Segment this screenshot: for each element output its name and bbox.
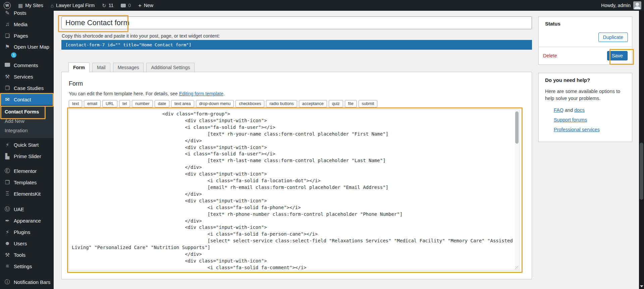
sidebar-item-elementskit[interactable]: ΞElementsKit [0, 188, 54, 199]
tag-button-radio-buttons[interactable]: radio buttons [266, 100, 297, 107]
tag-button-text-area[interactable]: text area [171, 100, 194, 107]
editor-tabs: FormMailMessagesAdditional Settings [68, 63, 195, 72]
sidebar-subitem-integration[interactable]: Integration [0, 126, 54, 135]
sidebar-item-quick-start[interactable]: ⚡Quick Start [0, 139, 54, 150]
tab-messages[interactable]: Messages [113, 63, 144, 72]
tag-button-url[interactable]: URL [102, 100, 117, 107]
tag-button-file[interactable]: file [345, 100, 357, 107]
form-template-editor[interactable]: <div class="form-group"> <div class="inp… [69, 109, 520, 271]
sidebar-item-tools[interactable]: ⚒Tools [0, 249, 54, 260]
folder-icon: ❒ [4, 85, 11, 91]
comment-count: 0 [128, 3, 131, 8]
resize-grip[interactable] [515, 266, 519, 270]
tag-button-checkboxes[interactable]: checkboxes [235, 100, 264, 107]
my-sites-menu[interactable]: ▦ My Sites [14, 0, 47, 11]
contact-submenu: Contact FormsAdd NewIntegration [0, 105, 54, 138]
wordpress-menu[interactable]: W [0, 0, 14, 11]
sidebar-item-label: Open User Map [14, 41, 49, 53]
sidebar-item-contact[interactable]: ✉Contact [0, 94, 54, 105]
sidebar-item-notification-bars[interactable]: ⓘNotification Bars [0, 276, 54, 288]
sidebar-item-uae[interactable]: ⓊUAE [0, 203, 54, 215]
sidebar-item-label: Appearance [14, 218, 41, 224]
save-button[interactable]: Save [607, 51, 628, 60]
update-badge: 1 [11, 52, 16, 58]
sidebar-item-case-studies[interactable]: ❒Case Studies [0, 82, 54, 94]
tab-mail[interactable]: Mail [92, 63, 110, 72]
editing-form-template-link[interactable]: Editing form template [179, 91, 223, 96]
pushpin-icon: ✎ [4, 11, 11, 16]
sidebar-item-label: Posts [14, 11, 26, 16]
sidebar-item-users[interactable]: ☻Users [0, 238, 54, 249]
howdy-text[interactable]: Howdy, admin [601, 3, 631, 8]
tag-button-acceptance[interactable]: acceptance [299, 100, 327, 107]
sidebar-item-label: Users [14, 241, 27, 246]
updates-menu[interactable]: ↻ 11 [98, 0, 117, 11]
prime-slider-logo-icon: ▙ [4, 153, 11, 159]
tag-button-drop-down-menu[interactable]: drop-down menu [196, 100, 234, 107]
sidebar-item-comments[interactable]: Comments [0, 59, 54, 71]
form-template-code[interactable]: <div class="form-group"> <div class="inp… [69, 110, 519, 271]
sidebar-item-settings[interactable]: ≡Settings [0, 260, 54, 272]
form-title-input[interactable] [61, 16, 532, 29]
avatar[interactable] [633, 1, 641, 9]
admin-sidebar: ✎Posts♫Media❏Pages⚑Open User Map1Comment… [0, 11, 54, 289]
shortcode-box[interactable]: [contact-form-7 id="" title="Home Contac… [61, 40, 532, 50]
sidebar-item-media[interactable]: ♫Media [0, 18, 54, 30]
sidebar-item-label: Elementor [14, 168, 37, 174]
tools-wrench-icon: ⚒ [4, 252, 11, 258]
sidebar-item-services[interactable]: ⚒Services [0, 71, 54, 82]
sidebar-subitem-add-new[interactable]: Add New [0, 116, 54, 126]
sidebar-item-templates[interactable]: ❐Templates [0, 177, 54, 188]
envelope-icon: ✉ [4, 96, 11, 103]
folder-open-icon: ❐ [4, 179, 11, 186]
sidebar-item-posts[interactable]: ✎Posts [0, 11, 54, 18]
sidebar-item-label: Quick Start [14, 142, 39, 148]
help-intro: Here are some available options to help … [545, 88, 626, 102]
my-sites-label: My Sites [25, 3, 43, 8]
sidebar-item-pages[interactable]: ❏Pages [0, 30, 54, 41]
tag-button-date[interactable]: date [155, 100, 169, 107]
shortcode-text: [contact-form-7 id="" title="Home Contac… [65, 42, 192, 47]
comment-icon [121, 4, 126, 7]
tag-button-email[interactable]: email [84, 100, 101, 107]
comments-menu[interactable]: 0 [117, 0, 135, 11]
wrench-icon: ⚒ [4, 74, 11, 80]
tag-button-submit[interactable]: submit [359, 100, 378, 107]
sidebar-item-prime-slider[interactable]: ▙Prime Slider [0, 150, 54, 162]
professional-services-link[interactable]: Professional services [554, 127, 632, 132]
site-name-label: Lawyer Legal Firm [56, 3, 95, 8]
scroll-down-icon[interactable] [640, 285, 643, 287]
sliders-icon: ≡ [4, 263, 11, 269]
duplicate-button[interactable]: Duplicate [598, 33, 628, 42]
page-scrollbar[interactable] [639, 11, 644, 289]
page-scrollbar-thumb[interactable] [640, 143, 643, 200]
editor-scrollbar-thumb[interactable] [515, 111, 519, 144]
docs-link[interactable]: docs [574, 107, 585, 113]
faq-link[interactable]: FAQ [554, 107, 564, 113]
site-name-menu[interactable]: ⌂ Lawyer Legal Firm [47, 0, 98, 11]
sidebar-item-open-user-map[interactable]: ⚑Open User Map1 [0, 41, 54, 59]
support-forums-link[interactable]: Support forums [554, 117, 632, 123]
tag-button-quiz[interactable]: quiz [329, 100, 343, 107]
tag-button-number[interactable]: number [132, 100, 153, 107]
sites-grid-icon: ▦ [18, 3, 23, 8]
sidebar-item-plugins[interactable]: ⚡Plugins [0, 226, 54, 238]
sidebar-item-elementor[interactable]: ⒺElementor [0, 165, 54, 177]
tab-additional-settings[interactable]: Additional Settings [146, 63, 195, 72]
panel-heading: Form [69, 80, 532, 87]
elementor-logo-icon: Ⓔ [4, 167, 11, 175]
sidebar-item-label: Templates [14, 180, 37, 185]
help-box: Do you need help? Here are some availabl… [538, 73, 632, 142]
plugin-icon: ⚡ [4, 229, 11, 235]
sidebar-item-appearance[interactable]: ✒Appearance [0, 215, 54, 226]
tag-button-text[interactable]: text [69, 100, 82, 107]
new-content-menu[interactable]: + New [135, 0, 157, 11]
tab-form[interactable]: Form [68, 62, 90, 72]
sidebar-subitem-contact-forms[interactable]: Contact Forms [0, 107, 54, 116]
delete-link[interactable]: Delete [543, 53, 557, 58]
tag-button-tel[interactable]: tel [119, 100, 130, 107]
sidebar-item-label: Contact [14, 97, 31, 102]
update-count: 11 [109, 3, 114, 8]
elementskit-logo-icon: Ξ [4, 191, 11, 197]
sidebar-item-label: Notification Bars [14, 279, 50, 285]
